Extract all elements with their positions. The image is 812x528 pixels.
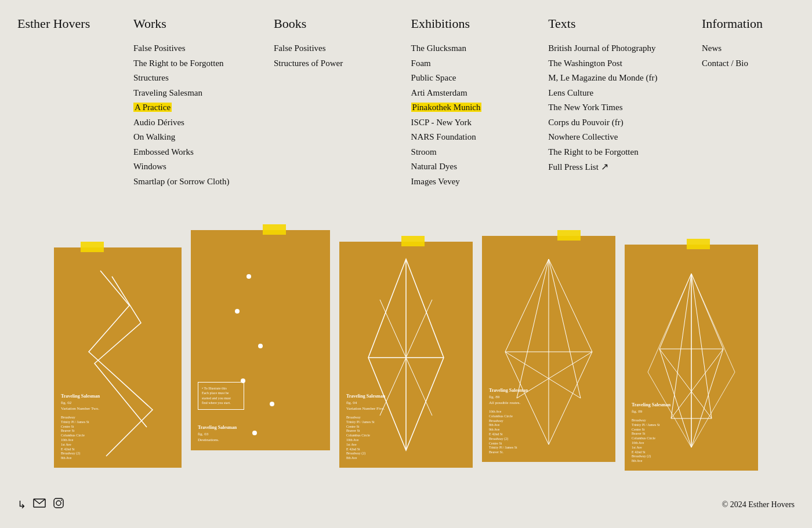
list-item: Images Vevey — [411, 175, 504, 188]
list-item: Contact / Bio — [702, 57, 795, 70]
text-nowhere[interactable]: Nowhere Collective — [548, 132, 618, 141]
copyright-text: © 2024 Esther Hovers — [722, 500, 795, 509]
list-item: False Positives — [133, 42, 229, 55]
book-card-4[interactable]: Traveling Salesman fig. 89 All possible … — [482, 236, 615, 462]
works-on-walking[interactable]: On Walking — [133, 132, 175, 141]
nav-section-books: Books False Positives Structures of Powe… — [274, 16, 367, 190]
list-item: News — [702, 42, 795, 55]
email-icon[interactable] — [33, 498, 46, 511]
text-bjp[interactable]: British Journal of Photography — [548, 43, 655, 53]
texts-list: British Journal of Photography The Washi… — [548, 42, 657, 174]
svg-line-24 — [691, 274, 712, 418]
nav-title-texts[interactable]: Texts — [548, 16, 657, 31]
works-traveling-salesman[interactable]: Traveling Salesman — [133, 88, 202, 97]
svg-line-20 — [517, 352, 592, 398]
card-caption-5: Traveling Salesman fig. 89 BroadwayTrini… — [632, 402, 670, 464]
text-corps[interactable]: Corps du Pouvoir (fr) — [548, 118, 624, 127]
ex-pinakothek[interactable]: Pinakothek Munich — [411, 103, 482, 112]
list-item: The Right to be Forgotten — [133, 57, 229, 70]
header: Esther Hovers Works False Positives The … — [0, 0, 812, 201]
list-item: Smartlap (or Sorrow Cloth) — [133, 175, 229, 188]
list-item: The Glucksman — [411, 42, 504, 55]
arrow-icon: ↗ — [601, 160, 608, 174]
works-embossed[interactable]: Embossed Works — [133, 147, 194, 156]
text-nyt[interactable]: The New York Times — [548, 103, 622, 112]
svg-line-18 — [549, 259, 581, 398]
text-lens-culture[interactable]: Lens Culture — [548, 88, 593, 97]
ex-public-space[interactable]: Public Space — [411, 73, 456, 82]
svg-line-11 — [505, 259, 549, 352]
book-card-3[interactable]: Traveling Salesman fig. 04 Variation Num… — [339, 242, 473, 468]
list-item: Nowhere Collective — [548, 130, 657, 144]
svg-line-12 — [549, 259, 592, 352]
list-item: False Positives — [274, 42, 367, 55]
text-full-press[interactable]: Full Press List ↗ — [548, 160, 608, 174]
list-item: Embossed Works — [133, 145, 229, 159]
list-item: Pinakothek Munich — [411, 101, 504, 114]
list-item: Structures of Power — [274, 57, 367, 70]
main-nav: Works False Positives The Right to be Fo… — [133, 16, 795, 190]
list-item: The New York Times — [548, 101, 657, 114]
svg-line-33 — [691, 274, 735, 372]
ex-iscp[interactable]: ISCP - New York — [411, 118, 472, 127]
books-false-positives[interactable]: False Positives — [274, 43, 326, 53]
card-caption-2: Traveling Salesman fig. 03 Destinations. — [198, 424, 237, 443]
book-card-1[interactable]: Traveling Salesman fig. 02 Variation Num… — [54, 247, 182, 468]
list-item: Natural Dyes — [411, 160, 504, 173]
ex-images-vevey[interactable]: Images Vevey — [411, 177, 460, 186]
list-item: Audio Dérives — [133, 116, 229, 129]
card-caption-1: Traveling Salesman fig. 02 Variation Num… — [61, 393, 100, 461]
text-wapo[interactable]: The Washington Post — [548, 59, 622, 68]
ex-foam[interactable]: Foam — [411, 59, 431, 68]
text-monde[interactable]: M, Le Magazine du Monde (fr) — [548, 73, 657, 82]
book-card-5[interactable]: Traveling Salesman fig. 89 BroadwayTrini… — [625, 245, 758, 471]
list-item: Foam — [411, 57, 504, 70]
information-list: News Contact / Bio — [702, 42, 795, 70]
works-right-forgotten[interactable]: The Right to be Forgotten — [133, 59, 224, 68]
works-smartlap[interactable]: Smartlap (or Sorrow Cloth) — [133, 177, 229, 186]
list-item: NARS Foundation — [411, 130, 504, 144]
ex-glucksman[interactable]: The Glucksman — [411, 43, 466, 53]
svg-point-5 — [252, 431, 257, 435]
list-item: Full Press List ↗ — [548, 160, 657, 174]
ex-stroom[interactable]: Stroom — [411, 147, 437, 156]
exhibitions-list: The Glucksman Foam Public Space Arti Ams… — [411, 42, 504, 188]
list-item: Traveling Salesman — [133, 86, 229, 100]
brand-logo[interactable]: Esther Hovers — [17, 16, 133, 31]
works-list: False Positives The Right to be Forgotte… — [133, 42, 229, 188]
list-item: Public Space — [411, 71, 504, 85]
list-item: ISCP - New York — [411, 116, 504, 129]
info-news[interactable]: News — [702, 43, 722, 53]
nav-section-information: Information News Contact / Bio — [702, 16, 795, 190]
ex-natural-dyes[interactable]: Natural Dyes — [411, 162, 458, 171]
nav-section-works: Works False Positives The Right to be Fo… — [133, 16, 229, 190]
book-card-2[interactable]: • To Illustrate thisEach place must best… — [191, 230, 330, 450]
footer-social-icons: ↳ — [17, 497, 64, 512]
list-item: On Walking — [133, 130, 229, 144]
list-item: Stroom — [411, 145, 504, 159]
nav-title-works[interactable]: Works — [133, 16, 229, 31]
works-windows[interactable]: Windows — [133, 162, 166, 171]
instagram-icon[interactable] — [53, 497, 64, 512]
nav-section-exhibitions: Exhibitions The Glucksman Foam Public Sp… — [411, 16, 504, 190]
list-item: Structures — [133, 71, 229, 85]
works-audio-derives[interactable]: Audio Dérives — [133, 118, 184, 127]
svg-line-35 — [691, 372, 735, 447]
card-caption-4: Traveling Salesman fig. 89 All possible … — [489, 387, 528, 455]
info-contact[interactable]: Contact / Bio — [702, 59, 748, 68]
reply-icon[interactable]: ↳ — [17, 498, 26, 511]
svg-line-16 — [549, 352, 592, 445]
nav-title-exhibitions[interactable]: Exhibitions — [411, 16, 504, 31]
ex-nars[interactable]: NARS Foundation — [411, 132, 476, 141]
works-structures[interactable]: Structures — [133, 73, 169, 82]
list-item: The Washington Post — [548, 57, 657, 70]
ex-arti[interactable]: Arti Amsterdam — [411, 88, 467, 97]
list-item: M, Le Magazine du Monde (fr) — [548, 71, 657, 85]
nav-title-information[interactable]: Information — [702, 16, 795, 31]
svg-line-32 — [648, 274, 691, 372]
works-a-practice[interactable]: A Practice — [133, 103, 172, 112]
works-false-positives[interactable]: False Positives — [133, 43, 186, 53]
nav-title-books[interactable]: Books — [274, 16, 367, 31]
books-structures-power[interactable]: Structures of Power — [274, 59, 343, 68]
text-right-forgotten[interactable]: The Right to be Forgotten — [548, 147, 639, 156]
